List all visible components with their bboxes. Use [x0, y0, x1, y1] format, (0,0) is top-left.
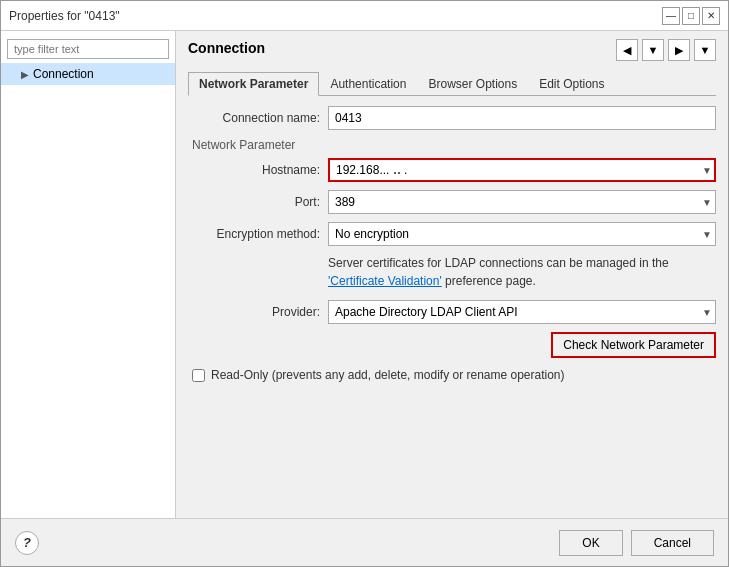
ok-button[interactable]: OK: [559, 530, 622, 556]
back-button[interactable]: ◀: [616, 39, 638, 61]
panel-title: Connection: [188, 40, 265, 56]
sidebar-item-label: Connection: [33, 67, 94, 81]
cert-validation-link[interactable]: 'Certificate Validation': [328, 274, 442, 288]
title-bar: Properties for "0413" — □ ✕: [1, 1, 728, 31]
encryption-select-wrapper: No encryption Use SSL encryption (ldaps:…: [328, 222, 716, 246]
help-button[interactable]: ?: [15, 531, 39, 555]
back-dropdown-button[interactable]: ▼: [642, 39, 664, 61]
maximize-button[interactable]: □: [682, 7, 700, 25]
toolbar-row: ◀ ▼ ▶ ▼: [616, 39, 716, 61]
sidebar-arrow-icon: ▶: [21, 69, 29, 80]
hostname-select-wrapper: 192.168... ‥ . ▼: [328, 158, 716, 182]
provider-label: Provider:: [188, 305, 328, 319]
title-bar-left: Properties for "0413": [9, 9, 120, 23]
forward-icon: ▶: [675, 44, 683, 57]
filter-input[interactable]: [7, 39, 169, 59]
dialog-buttons: OK Cancel: [559, 530, 714, 556]
provider-select[interactable]: Apache Directory LDAP Client API: [328, 300, 716, 324]
network-params-label: Network Parameter: [192, 138, 295, 152]
back-icon: ◀: [623, 44, 631, 57]
main-panel: Connection ◀ ▼ ▶ ▼: [176, 31, 728, 518]
provider-row: Provider: Apache Directory LDAP Client A…: [188, 300, 716, 324]
form-section: Connection name: Network Parameter Hostn…: [188, 106, 716, 510]
tab-edit-options[interactable]: Edit Options: [528, 72, 615, 96]
forward-dropdown-icon: ▼: [700, 44, 711, 56]
tab-authentication[interactable]: Authentication: [319, 72, 417, 96]
hostname-row: Hostname: 192.168... ‥ . ▼: [188, 158, 716, 182]
encryption-label: Encryption method:: [188, 227, 328, 241]
port-select[interactable]: 389: [328, 190, 716, 214]
cert-info-text: Server certificates for LDAP connections…: [328, 256, 669, 270]
port-row: Port: 389 ▼: [188, 190, 716, 214]
encryption-select[interactable]: No encryption Use SSL encryption (ldaps:…: [328, 222, 716, 246]
tabs: Network Parameter Authentication Browser…: [188, 71, 716, 96]
provider-select-wrapper: Apache Directory LDAP Client API ▼: [328, 300, 716, 324]
cert-info: Server certificates for LDAP connections…: [188, 254, 716, 290]
tab-browser-options[interactable]: Browser Options: [417, 72, 528, 96]
port-select-wrapper: 389 ▼: [328, 190, 716, 214]
network-params-separator: Network Parameter: [188, 138, 716, 152]
connection-name-input[interactable]: [328, 106, 716, 130]
sidebar-item-connection[interactable]: ▶ Connection: [1, 63, 175, 85]
hostname-select[interactable]: 192.168... ‥ .: [328, 158, 716, 182]
sidebar: ▶ Connection: [1, 31, 176, 518]
encryption-row: Encryption method: No encryption Use SSL…: [188, 222, 716, 246]
connection-name-row: Connection name:: [188, 106, 716, 130]
close-button[interactable]: ✕: [702, 7, 720, 25]
tab-network-parameter[interactable]: Network Parameter: [188, 72, 319, 96]
cancel-button[interactable]: Cancel: [631, 530, 714, 556]
readonly-label: Read-Only (prevents any add, delete, mod…: [211, 368, 565, 382]
hostname-label: Hostname:: [188, 163, 328, 177]
connection-name-label: Connection name:: [188, 111, 328, 125]
check-network-button[interactable]: Check Network Parameter: [551, 332, 716, 358]
content-area: ▶ Connection Connection ◀ ▼ ▶: [1, 31, 728, 518]
title-bar-controls: — □ ✕: [662, 7, 720, 25]
readonly-checkbox[interactable]: [192, 369, 205, 382]
bottom-bar: ? OK Cancel: [1, 518, 728, 566]
minimize-button[interactable]: —: [662, 7, 680, 25]
check-btn-row: Check Network Parameter: [188, 332, 716, 358]
forward-button[interactable]: ▶: [668, 39, 690, 61]
dialog-window: Properties for "0413" — □ ✕ ▶ Connection…: [0, 0, 729, 567]
readonly-row: Read-Only (prevents any add, delete, mod…: [188, 368, 716, 382]
back-dropdown-icon: ▼: [648, 44, 659, 56]
window-title: Properties for "0413": [9, 9, 120, 23]
forward-dropdown-button[interactable]: ▼: [694, 39, 716, 61]
cert-info-suffix: preference page.: [442, 274, 536, 288]
port-label: Port:: [188, 195, 328, 209]
